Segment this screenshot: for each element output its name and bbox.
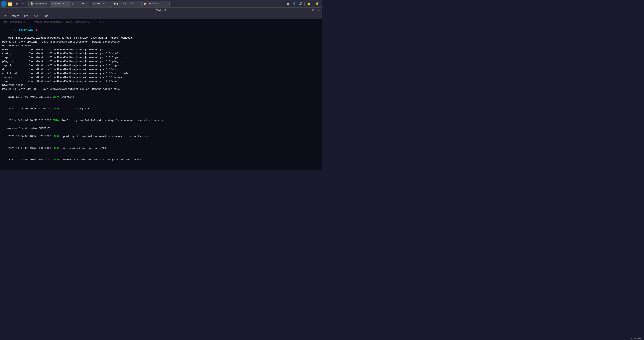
shell2-tab-label: Shell No. 1 <box>74 3 88 5</box>
log-update-password: 2021-10-04 02:40:58.520+0000 INFO Updati… <box>2 131 320 142</box>
log-bolt: 2021-10-04 02:40:58.646+0000 INFO Bolt e… <box>2 142 320 154</box>
notification-icon[interactable]: 🔔 <box>306 1 311 6</box>
terminal-body[interactable]: ─[x]─[root@kali]─[~]/top/BloodHoundsneo4… <box>0 19 322 170</box>
shell1-tab-label: Shell No. 1 <box>54 3 68 5</box>
tab-shell1[interactable]: ▣ Shell No. 1 <box>50 1 70 7</box>
output-certificates: certificates: /root/Desktop/BloodHoundAn… <box>2 71 320 75</box>
output-run: run: /root/Desktop/BloodHoundAndNeo4j/ne… <box>2 79 320 83</box>
shell2-tab-icon: ▣ <box>72 2 74 5</box>
monitor-icon[interactable]: 🖥 <box>286 1 291 6</box>
output-starting-neo4j: Starting Neo4j. <box>2 83 320 87</box>
output-plugins: plugins: /root/Desktop/BloodHoundAndNeo4… <box>2 60 320 64</box>
shell1-tab-icon: ▣ <box>52 2 53 5</box>
output-data: data: /root/Desktop/BloodHoundAndNeo4j/n… <box>2 67 320 71</box>
log-version: 2021-10-04 02:40:57.470+0000 INFO ======… <box>2 103 320 115</box>
trojan-tab-label: [Trojan - File ... <box>117 3 140 5</box>
menu-actions[interactable]: Actions <box>10 14 20 18</box>
tab-shell3[interactable]: ▣ Shell No. 1 <box>91 1 111 7</box>
output-java-options-1: Picked up _JAVA_OPTIONS: -Dawt.useSystem… <box>2 40 320 44</box>
log-starting: 2021-10-04 02:40:55.728+0000 INFO Starti… <box>2 91 320 103</box>
maximize-button[interactable]: □ <box>311 8 315 12</box>
log-started: 2021-10-04 02:40:59.469+0000 INFO Starte… <box>2 166 320 170</box>
file-manager-icon[interactable]: 🗂️ <box>7 1 13 7</box>
log-post-init-cont: th version 3 and status CURRENT <box>2 127 320 131</box>
menu-view[interactable]: View <box>32 14 39 18</box>
window-controls: ─ □ ✕ <box>306 8 320 12</box>
taskbar-right: 🖥 👤 🔊 🔔 🔒 <box>286 1 321 6</box>
taskbar: ✦ 🗂️ ▣ ⊡ 🐕 BloodHound ▣ Shell No. 1 ▣ Sh… <box>0 0 322 7</box>
menu-edit[interactable]: Edit <box>23 14 29 18</box>
user-icon[interactable]: 👤 <box>292 1 297 6</box>
bloodhound-tab-label: BloodHound <box>35 3 47 5</box>
terminal-icon[interactable]: ▣ <box>14 1 20 7</box>
prompt-path-line: ─[x]─[root@kali]─[~]/top/BloodHoundsneo4… <box>2 20 320 24</box>
terminal-command: #cd /root/Desktop/BloodHoundAndNeo4j/neo… <box>2 36 320 40</box>
menu-file[interactable]: File <box>2 14 7 18</box>
prompt-cmd-line: ──[x]─[root@kali]─[~] <box>2 24 320 36</box>
output-config: config: /root/Desktop/BloodHoundAndNeo4j… <box>2 52 320 56</box>
log-post-init: 2021-10-04 02:40:58.520+0000 INFO Perfor… <box>2 115 320 127</box>
terminal2-icon[interactable]: ⊡ <box>20 1 26 7</box>
output-logs: logs: /root/Desktop/BloodHoundAndNeo4j/n… <box>2 56 320 60</box>
kali-menu-icon[interactable]: ✦ <box>1 1 7 7</box>
tab-trojan[interactable]: 📁 [Trojan - File ... <box>111 1 142 7</box>
bloodhound-li-tab-icon: 📁 <box>144 2 147 5</box>
output-home: home: /root/Desktop/BloodHoundAndNeo4j/n… <box>2 48 320 52</box>
output-import: import: /root/Desktop/BloodHoundAndNeo4j… <box>2 64 320 67</box>
output-java-options-2: Picked up _JAVA_OPTIONS: -Dawt.useSystem… <box>2 87 320 91</box>
window-title: Shell No.1 <box>156 9 166 12</box>
minimize-button[interactable]: ─ <box>306 8 310 12</box>
volume-icon[interactable]: 🔊 <box>298 1 303 6</box>
trojan-tab-icon: 📁 <box>113 2 116 5</box>
menubar: File Actions Edit View Help <box>0 13 322 19</box>
tab-bloodhound[interactable]: 🐕 BloodHound <box>28 1 49 7</box>
right-separator2 <box>313 1 313 6</box>
bloodhound-tab-icon: 🐕 <box>30 2 34 5</box>
close-button[interactable]: ✕ <box>317 8 320 12</box>
shell3-tab-icon: ▣ <box>93 2 94 5</box>
tab-bloodhound-li[interactable]: 📁 BloodHound-li... <box>142 1 170 7</box>
shell3-tab-label: Shell No. 1 <box>95 3 109 5</box>
separator <box>27 1 27 6</box>
output-directories: Directories in use: <box>2 44 320 48</box>
lock-icon[interactable]: 🔒 <box>314 1 320 6</box>
log-remote: 2021-10-04 02:40:59.468+0000 INFO Remote… <box>2 154 320 166</box>
tab-shell2[interactable]: ▣ Shell No. 1 <box>70 1 90 7</box>
bloodhound-li-tab-label: BloodHound-li... <box>148 3 168 5</box>
menu-help[interactable]: Help <box>42 14 49 18</box>
output-licenses: licenses: /root/Desktop/BloodHoundAndNeo… <box>2 75 320 79</box>
window-titlebar: Shell No.1 ─ □ ✕ <box>0 7 322 13</box>
